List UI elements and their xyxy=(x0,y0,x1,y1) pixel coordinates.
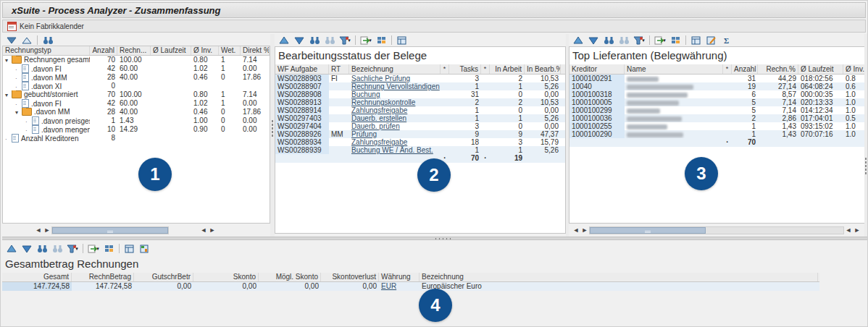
scroll-right-icon[interactable]: ► xyxy=(208,226,217,234)
detail-view-icon[interactable] xyxy=(396,35,409,46)
col-in-arbeit[interactable]: In Arbeit xyxy=(490,64,525,74)
scrollbar-track[interactable] xyxy=(589,226,844,234)
tree-expander-icon[interactable]: · xyxy=(15,83,22,90)
scroll-left-icon[interactable]: ◄ xyxy=(199,226,208,234)
table-row[interactable]: 10001002913144,29018:02:560.8 xyxy=(569,75,867,82)
find-icon[interactable] xyxy=(41,35,54,46)
col-laufzeit[interactable]: Ø Laufzeit xyxy=(798,64,843,74)
table-row[interactable]: WS00288903FISachliche Prüfung3210,53 xyxy=(275,75,565,82)
scroll-right-icon[interactable]: ► xyxy=(580,226,589,234)
dropdown-caret-icon[interactable]: ▾ xyxy=(663,38,666,43)
task-description-link[interactable]: Zahlungsfreigabe xyxy=(351,106,407,114)
filter-icon[interactable]: ▾ xyxy=(66,243,79,254)
col-star[interactable]: * xyxy=(481,64,490,74)
tree-row[interactable]: ·.davon FI4260.001.0210.00 xyxy=(3,64,270,73)
currency-link[interactable]: EUR xyxy=(381,282,396,290)
tree-node[interactable]: ·.davon mengengesperrt xyxy=(3,125,90,134)
col-skontoverlust[interactable]: Skontoverlust xyxy=(321,273,379,281)
col-wf-aufgabe[interactable]: WF Aufgabe xyxy=(275,64,329,74)
tree-expander-icon[interactable]: · xyxy=(5,135,12,143)
task-description-link[interactable]: Sachliche Prüfung xyxy=(351,75,410,82)
tree-expander-icon[interactable]: · xyxy=(15,75,22,82)
subtotal-icon[interactable]: Σ xyxy=(720,35,733,46)
find-icon[interactable] xyxy=(308,35,321,46)
sort-descending-icon[interactable] xyxy=(20,243,33,254)
col-inv[interactable]: Ø Inv. xyxy=(843,64,865,74)
filter-icon[interactable]: ▾ xyxy=(633,35,646,46)
task-description-link[interactable]: Dauerb. erstellen xyxy=(351,114,406,122)
expand-all-icon[interactable] xyxy=(20,35,33,46)
tree-expander-icon[interactable]: ▾ xyxy=(5,91,12,99)
col-in-bearb-pct[interactable]: In Bearb.% xyxy=(525,64,561,74)
col-waehrung[interactable]: Währung xyxy=(379,273,420,281)
col-inv[interactable]: Ø Inv. xyxy=(191,46,219,55)
table-row[interactable]: WS00297404Dauerb. prüfen300,00 xyxy=(275,122,565,130)
tree-expander-icon[interactable]: · xyxy=(15,101,22,108)
table-row[interactable]: WS00288913Rechnungskontrolle2210,53 xyxy=(275,98,565,106)
scroll-left-icon[interactable]: ◄ xyxy=(572,226,580,234)
table-row[interactable]: 100401927,14064:08:240.6 xyxy=(569,82,867,90)
sort-ascending-icon[interactable] xyxy=(5,243,18,254)
export-icon[interactable]: ▾ xyxy=(359,35,372,46)
find-next-icon[interactable] xyxy=(617,35,630,46)
col-wet[interactable]: Wet. xyxy=(219,46,241,55)
dropdown-caret-icon[interactable]: ▾ xyxy=(348,38,351,43)
collapse-all-icon[interactable] xyxy=(5,35,18,46)
sort-ascending-icon[interactable] xyxy=(277,35,291,46)
tree-row[interactable]: ▾.davon MM2840.000.46017.86 xyxy=(3,108,270,116)
table-row[interactable]: 100010000557,14020:13:331.0 xyxy=(569,98,867,106)
views-grid-icon[interactable] xyxy=(102,243,115,254)
tree-node[interactable]: ·.davon MM xyxy=(3,73,90,82)
tree-row[interactable]: ▾gebucht/storniert70100.000.8017.14 xyxy=(3,90,270,99)
sort-ascending-icon[interactable] xyxy=(572,35,585,46)
col-star[interactable]: * xyxy=(441,64,449,74)
detail-view-icon[interactable] xyxy=(690,35,703,46)
col-skonto[interactable]: Skonto xyxy=(193,273,259,281)
table-row[interactable]: 100010031868,57000:00:351.0 xyxy=(569,90,867,98)
col-rechnungstyp[interactable]: Rechnungstyp xyxy=(3,46,90,55)
scroll-left-icon[interactable]: ◄ xyxy=(844,226,853,234)
task-description-link[interactable]: Buchung xyxy=(351,90,380,98)
task-description-link[interactable]: Rechnungskontrolle xyxy=(351,98,415,106)
dropdown-caret-icon[interactable]: ▾ xyxy=(96,246,99,252)
scrollbar-thumb[interactable] xyxy=(52,227,168,234)
tree-expander-icon[interactable]: ▾ xyxy=(5,56,12,64)
tree-node[interactable]: ·.davon FI xyxy=(3,99,90,108)
col-rechnbetrag[interactable]: RechnBetrag xyxy=(72,273,134,281)
change-layout-icon[interactable] xyxy=(705,35,718,46)
tree-row[interactable]: ·.davon mengengesperrt1014.290.9000.00 xyxy=(3,125,270,134)
col-tasks[interactable]: Tasks xyxy=(449,64,481,74)
col-gutschrbetr[interactable]: GutschrBetr xyxy=(134,273,193,281)
table-row[interactable]: WS00288914Zahlungsfreigabe100,00 xyxy=(275,106,565,114)
tree-node[interactable]: ·.davon preisgesperrt xyxy=(3,116,90,125)
filter-icon[interactable]: ▾ xyxy=(338,35,351,46)
col-moegl-skonto[interactable]: Mögl. Skonto xyxy=(259,273,321,281)
table-row[interactable]: 100010029011,43070:07:161.0 xyxy=(569,130,867,138)
tree-expander-icon[interactable]: ▾ xyxy=(15,109,22,116)
task-description-link[interactable]: Zahlungsfreigabe xyxy=(351,138,407,146)
scroll-right-icon[interactable]: ► xyxy=(43,226,51,234)
scroll-right-icon[interactable]: ► xyxy=(853,226,861,234)
col-star[interactable]: * xyxy=(723,64,732,74)
task-description-link[interactable]: Buchung WE / Änd. Best. xyxy=(351,146,433,154)
col-kreditor[interactable]: Kreditor xyxy=(569,64,625,74)
col-rechn-pct[interactable]: Rechn.% xyxy=(758,64,798,74)
table-row[interactable]: WS00288934Zahlungsfreigabe18315,79 xyxy=(275,138,565,146)
splitter-horizontal[interactable] xyxy=(2,237,867,240)
splitter-grip[interactable] xyxy=(434,237,453,240)
tree-row[interactable]: ·.davon FI4260.001.0210.00 xyxy=(3,99,270,108)
task-description-link[interactable]: Rechnung Vervollständigen xyxy=(351,82,440,90)
find-icon[interactable] xyxy=(36,243,49,254)
table-row[interactable]: WS00288926MMPrüfung9947,37 xyxy=(275,130,565,138)
table-row[interactable]: 100010025511,43093:15:021.0 xyxy=(569,122,867,130)
detail-view-icon[interactable] xyxy=(123,243,136,254)
col-anzahl[interactable]: Anzahl xyxy=(90,46,117,55)
splitter-vertical-right[interactable] xyxy=(864,34,867,237)
tree-node[interactable]: ▾Rechnungen gesamt xyxy=(3,56,90,64)
table-row[interactable]: WS00288939Buchung WE / Änd. Best.115,26 xyxy=(275,146,565,154)
col-name[interactable]: Name xyxy=(625,64,723,74)
scrollbar-track[interactable] xyxy=(51,226,169,234)
tree-row[interactable]: ·.davon XI0 xyxy=(3,82,270,90)
views-grid-icon[interactable] xyxy=(375,35,388,46)
dropdown-caret-icon[interactable]: ▾ xyxy=(75,246,78,252)
